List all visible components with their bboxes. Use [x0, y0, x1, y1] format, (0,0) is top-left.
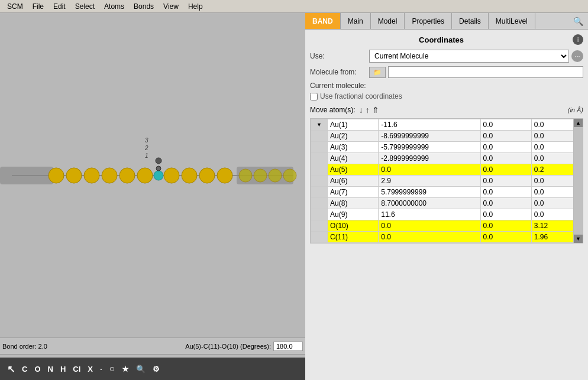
atom-y-cell[interactable]: 0.0 [480, 232, 531, 243]
table-row[interactable]: Au(7)5.79999999990.00.0 [311, 187, 583, 198]
atom-x-cell[interactable]: -8.6999999999 [379, 131, 480, 142]
atom-y-cell[interactable]: 0.0 [480, 187, 531, 198]
x-tool-btn[interactable]: X [85, 363, 95, 375]
atom-x-cell[interactable]: 0.0 [379, 220, 480, 232]
chlorine-tool-btn[interactable]: Cl [70, 363, 83, 375]
svg-point-17 [283, 169, 296, 182]
viewport[interactable]: 3 2 1 [0, 13, 305, 337]
table-row[interactable]: Au(9)11.60.00.0 [311, 209, 583, 220]
table-scrollbar[interactable]: ▲ ▼ [573, 119, 583, 243]
use-row: Use: Current Molecule Other ··· [310, 50, 583, 63]
fractional-checkbox-row: Use fractional coordinates [310, 92, 583, 100]
menu-help[interactable]: Help [183, 1, 208, 12]
move-atoms-label: Move atom(s): [310, 106, 356, 114]
cursor-tool-btn[interactable]: ↖ [5, 362, 17, 376]
oxygen-tool-btn[interactable]: O [32, 363, 43, 375]
table-row[interactable]: Au(8)8.70000000000.00.0 [311, 198, 583, 209]
scroll-down-arrow[interactable]: ▼ [574, 235, 583, 243]
atom-y-cell[interactable]: 0.0 [480, 131, 531, 142]
atom-y-cell[interactable]: 0.0 [480, 220, 531, 232]
move-down-btn[interactable]: ↓ [358, 105, 364, 115]
atom-y-cell[interactable]: 0.0 [480, 153, 531, 164]
circle-tool-btn[interactable]: ○ [107, 362, 118, 375]
menu-scm[interactable]: SCM [2, 1, 28, 12]
star-tool-btn[interactable]: ★ [119, 363, 131, 375]
menu-edit[interactable]: Edit [49, 1, 70, 12]
use-select[interactable]: Current Molecule Other [369, 50, 569, 63]
menu-view[interactable]: View [159, 1, 183, 12]
search-tool-btn[interactable]: 🔍 [134, 363, 148, 375]
atom-x-cell[interactable]: -11.6 [379, 119, 480, 131]
tab-band[interactable]: BAND [305, 13, 341, 29]
table-row[interactable]: Au(4)-2.89999999990.00.0 [311, 153, 583, 164]
tab-details[interactable]: Details [452, 13, 489, 29]
tab-main[interactable]: Main [341, 13, 371, 29]
carbon-tool-btn[interactable]: C [20, 363, 30, 375]
menu-bonds[interactable]: Bonds [129, 1, 159, 12]
tab-model[interactable]: Model [371, 13, 405, 29]
table-row[interactable]: O(10)0.00.03.12 [311, 220, 583, 232]
units-label: (in Å) [568, 106, 583, 113]
fractional-checkbox[interactable] [310, 93, 318, 100]
info-button[interactable]: i [573, 34, 583, 45]
atom-name-cell: Au(2) [328, 131, 379, 142]
atom-y-cell[interactable]: 0.0 [480, 209, 531, 220]
table-row[interactable]: C(11)0.00.01.96 [311, 232, 583, 243]
atom-name-cell: C(11) [328, 232, 379, 243]
atom-y-cell[interactable]: 0.0 [480, 198, 531, 209]
atom-x-cell[interactable]: -2.8999999999 [379, 153, 480, 164]
atom-x-cell[interactable]: 0.0 [379, 232, 480, 243]
use-label: Use: [310, 52, 369, 60]
atom-y-cell[interactable]: 0.0 [480, 119, 531, 131]
atom-y-cell[interactable]: 0.0 [480, 142, 531, 153]
settings-tool-btn[interactable]: ⚙ [150, 363, 162, 375]
nitrogen-tool-btn[interactable]: N [46, 363, 56, 375]
file-browse-button[interactable]: 📁 [369, 67, 386, 78]
tab-multilevel[interactable]: MultiLevel [489, 13, 535, 29]
table-row[interactable]: Au(2)-8.69999999990.00.0 [311, 131, 583, 142]
table-row[interactable]: Au(6)2.90.00.0 [311, 176, 583, 187]
left-panel: 3 2 1 [0, 13, 305, 380]
table-row[interactable]: Au(5)0.00.00.2 [311, 164, 583, 176]
atom-name-cell: Au(7) [328, 187, 379, 198]
hydrogen-tool-btn[interactable]: H [58, 363, 68, 375]
angle-value-input[interactable] [273, 342, 303, 351]
atom-name-cell: Au(4) [328, 153, 379, 164]
atom-x-cell[interactable]: 8.7000000000 [379, 198, 480, 209]
scroll-up-arrow[interactable]: ▲ [574, 119, 583, 127]
atom-name-cell: Au(3) [328, 142, 379, 153]
tab-properties[interactable]: Properties [405, 13, 452, 29]
search-button[interactable]: 🔍 [568, 14, 588, 28]
table-row[interactable]: ▼Au(1)-11.60.00.0 [311, 119, 583, 131]
molecule-svg [0, 152, 305, 199]
atom-x-cell[interactable]: 0.0 [379, 164, 480, 176]
atom-x-cell[interactable]: -5.7999999999 [379, 142, 480, 153]
more-button[interactable]: ··· [571, 50, 583, 62]
svg-point-19 [156, 166, 161, 171]
atom-name-cell: Au(5) [328, 164, 379, 176]
svg-point-10 [182, 168, 197, 183]
svg-point-5 [102, 168, 117, 183]
table-row[interactable]: Au(3)-5.79999999990.00.0 [311, 142, 583, 153]
atom-y-cell[interactable]: 0.0 [480, 176, 531, 187]
fractional-label: Use fractional coordinates [320, 92, 402, 100]
atom-toolbar: ↖ C O N H Cl X · ○ ★ 🔍 ⚙ [0, 358, 305, 380]
dot-tool-btn[interactable]: · [98, 363, 105, 375]
atom-x-cell[interactable]: 2.9 [379, 176, 480, 187]
molecule-file-input[interactable] [388, 66, 583, 78]
menu-select[interactable]: Select [70, 1, 99, 12]
svg-point-14 [239, 169, 252, 182]
atom-name-cell: Au(6) [328, 176, 379, 187]
svg-point-11 [199, 168, 215, 183]
menu-file[interactable]: File [28, 1, 49, 12]
svg-point-18 [156, 158, 161, 164]
svg-point-8 [154, 171, 163, 180]
move-up-btn[interactable]: ↑ [364, 105, 371, 115]
content-area: Coordinates i Use: Current Molecule Othe… [305, 30, 588, 380]
menu-atoms[interactable]: Atoms [99, 1, 129, 12]
atom-x-cell[interactable]: 5.7999999999 [379, 187, 480, 198]
atom-y-cell[interactable]: 0.0 [480, 164, 531, 176]
atom-x-cell[interactable]: 11.6 [379, 209, 480, 220]
atom-name-cell: O(10) [328, 220, 379, 232]
move-top-btn[interactable]: ⇑ [371, 105, 380, 115]
